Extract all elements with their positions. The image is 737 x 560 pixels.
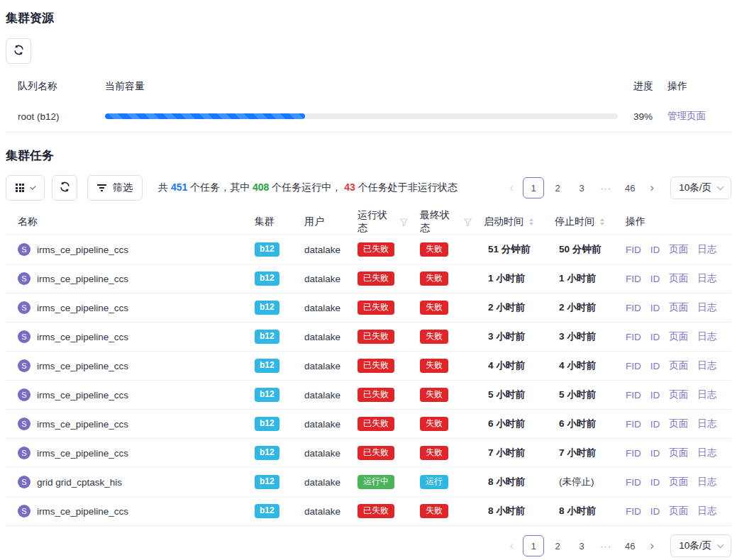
- column-header-stop-time: 停止时间: [543, 215, 614, 228]
- start-time: 5 小时前: [472, 388, 543, 401]
- pagination-prev[interactable]: ‹: [503, 535, 520, 556]
- row-action-link[interactable]: 日志: [697, 243, 716, 256]
- row-action-link[interactable]: ID: [650, 419, 660, 430]
- row-action-link[interactable]: ID: [650, 390, 660, 401]
- column-header-final-status: 最终状态: [409, 209, 472, 235]
- row-action-link[interactable]: ID: [650, 361, 660, 371]
- row-action-link[interactable]: ID: [650, 506, 660, 517]
- layout-switch-button[interactable]: [6, 175, 45, 201]
- pagination-next[interactable]: ›: [643, 535, 660, 556]
- column-header-start-time: 启动时间: [472, 215, 543, 228]
- row-action-link[interactable]: 页面: [669, 272, 688, 285]
- capacity-progress-track: [105, 113, 618, 119]
- filter-button[interactable]: 筛选: [87, 175, 143, 201]
- run-status-badge: 已失败: [358, 359, 394, 374]
- row-action-link[interactable]: FID: [626, 274, 641, 284]
- avatar: S: [18, 447, 31, 459]
- chevron-down-icon: [717, 542, 724, 549]
- cluster-badge: b12: [255, 359, 279, 373]
- pagination-page[interactable]: 46: [619, 535, 641, 556]
- filter-funnel-icon[interactable]: [463, 218, 472, 227]
- pagination-page[interactable]: 46: [619, 177, 641, 198]
- row-action-link[interactable]: 页面: [669, 418, 688, 430]
- sort-icon[interactable]: [529, 218, 533, 225]
- pagination-page[interactable]: 1: [523, 177, 544, 198]
- task-name: irms_ce_pipeline_ccs: [37, 506, 128, 517]
- row-action-link[interactable]: 日志: [697, 418, 716, 430]
- avatar: S: [18, 359, 31, 372]
- row-action-link[interactable]: 页面: [669, 359, 688, 372]
- sort-icon[interactable]: [600, 218, 604, 225]
- stop-time: 3 小时前: [543, 330, 614, 343]
- stop-time: 8 小时前: [543, 505, 614, 517]
- row-action-link[interactable]: FID: [626, 506, 641, 517]
- progress-value: 39%: [618, 111, 657, 122]
- tasks-table: 名称 集群 用户 运行状态 最终状态 启动时间 停止时间: [6, 209, 731, 526]
- row-action-link[interactable]: 页面: [669, 505, 688, 517]
- pagination-next[interactable]: ›: [643, 177, 660, 198]
- page-size-select[interactable]: 10条/页: [670, 177, 731, 199]
- run-status-badge: 已失败: [358, 330, 394, 345]
- pagination-ellipsis[interactable]: ···: [595, 535, 616, 556]
- final-status-badge: 失败: [420, 301, 448, 315]
- row-action-link[interactable]: FID: [626, 361, 641, 371]
- row-action-link[interactable]: FID: [626, 390, 641, 401]
- stop-time: 1 小时前: [543, 272, 614, 285]
- row-action-link[interactable]: 日志: [697, 447, 716, 459]
- pagination-page[interactable]: 3: [571, 177, 592, 198]
- row-actions: FIDID页面日志: [614, 418, 731, 430]
- row-action-link[interactable]: 日志: [697, 505, 716, 517]
- pagination-ellipsis[interactable]: ···: [595, 177, 616, 198]
- final-status-badge: 失败: [420, 504, 448, 519]
- page: 集群资源 队列名称 当前容量 进度 操作 root (b12) 39%: [0, 0, 737, 557]
- row-action-link[interactable]: 页面: [669, 476, 688, 488]
- pagination-page[interactable]: 3: [571, 535, 592, 556]
- tasks-toolbar: 筛选 共 451 个任务，其中 408 个任务运行中， 43 个任务处于非运行状…: [6, 175, 731, 201]
- pagination-prev[interactable]: ‹: [503, 177, 520, 198]
- avatar: S: [18, 243, 31, 256]
- pagination-page[interactable]: 2: [547, 535, 568, 556]
- user-name: datalake: [293, 419, 346, 430]
- row-action-link[interactable]: 日志: [697, 330, 716, 343]
- row-action-link[interactable]: 页面: [669, 243, 688, 256]
- refresh-button[interactable]: [6, 38, 31, 64]
- refresh-icon: [60, 181, 70, 194]
- row-action-link[interactable]: 日志: [697, 301, 716, 314]
- pagination-page[interactable]: 2: [547, 177, 568, 198]
- row-action-link[interactable]: 页面: [669, 388, 688, 401]
- row-action-link[interactable]: FID: [626, 477, 641, 488]
- row-action-link[interactable]: ID: [650, 274, 660, 284]
- non-running-task-count: 43: [344, 181, 355, 193]
- capacity-cell: [105, 113, 618, 119]
- user-name: datalake: [293, 303, 346, 313]
- user-name: datalake: [293, 361, 346, 371]
- row-action-link[interactable]: 页面: [669, 301, 688, 314]
- stop-time: 4 小时前: [543, 359, 614, 372]
- row-action-link[interactable]: 日志: [697, 388, 716, 401]
- row-action-link[interactable]: FID: [626, 419, 641, 430]
- pagination: ‹123···46›10条/页: [503, 534, 731, 557]
- row-action-link[interactable]: FID: [626, 448, 641, 459]
- row-action-link[interactable]: ID: [650, 303, 660, 313]
- filter-funnel-icon[interactable]: [399, 218, 409, 227]
- row-action-link[interactable]: 页面: [669, 330, 688, 343]
- page-size-select[interactable]: 10条/页: [670, 534, 731, 557]
- row-action-link[interactable]: 日志: [697, 272, 716, 285]
- pagination-page[interactable]: 1: [523, 535, 544, 556]
- row-action-link[interactable]: FID: [626, 245, 641, 255]
- row-action-link[interactable]: ID: [650, 245, 660, 255]
- row-action-link[interactable]: FID: [626, 303, 641, 313]
- final-status-badge: 运行: [420, 475, 448, 490]
- row-action-link[interactable]: ID: [650, 332, 660, 342]
- refresh-tasks-button[interactable]: [52, 175, 77, 201]
- task-name: irms_ce_pipeline_ccs: [37, 390, 128, 401]
- cluster-resources-table: 队列名称 当前容量 进度 操作 root (b12) 39% 管理页面: [6, 72, 731, 133]
- row-action-link[interactable]: ID: [650, 477, 660, 488]
- row-action-link[interactable]: ID: [650, 448, 660, 459]
- row-action-link[interactable]: 页面: [669, 447, 688, 459]
- manage-page-link[interactable]: 管理页面: [667, 111, 706, 121]
- row-action-link[interactable]: 日志: [697, 359, 716, 372]
- row-action-link[interactable]: 日志: [697, 476, 716, 488]
- running-task-count: 408: [253, 181, 269, 193]
- row-action-link[interactable]: FID: [626, 332, 641, 342]
